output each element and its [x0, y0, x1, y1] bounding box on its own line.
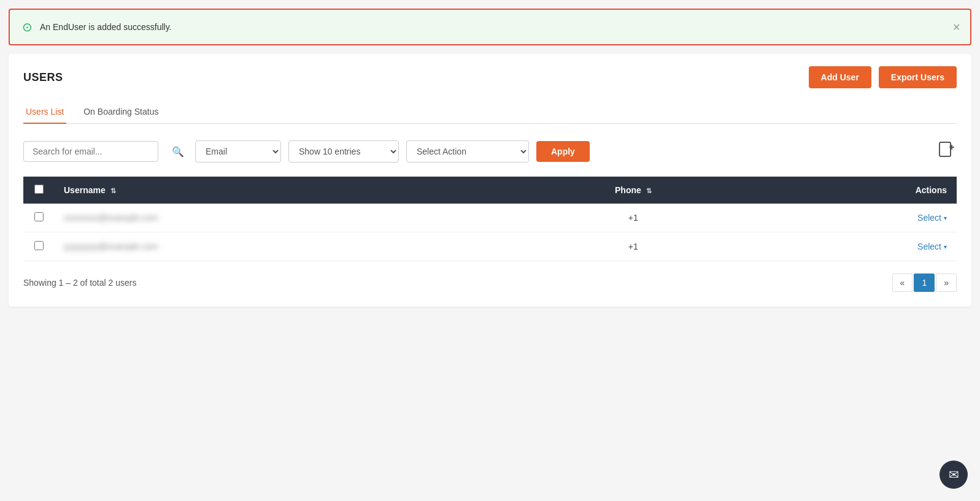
search-button[interactable]: 🔍 — [168, 142, 188, 161]
row-1-checkbox[interactable] — [34, 212, 44, 221]
tabs: Users List On Boarding Status — [23, 101, 957, 124]
toolbar: 🔍 Email Show 10 entries Show 25 entries … — [23, 139, 957, 164]
header-username[interactable]: Username ⇅ — [54, 177, 519, 204]
select-all-checkbox[interactable] — [34, 185, 44, 194]
table-footer: Showing 1 – 2 of total 2 users « 1 » — [23, 273, 957, 292]
row-checkbox-cell — [23, 232, 54, 261]
search-icon: 🔍 — [172, 147, 184, 157]
header-buttons: Add User Export Users — [809, 66, 957, 88]
add-user-icon-button[interactable] — [936, 139, 957, 164]
add-user-file-icon — [938, 145, 954, 161]
export-users-button[interactable]: Export Users — [879, 66, 957, 88]
entries-select[interactable]: Show 10 entries Show 25 entries Show 50 … — [288, 140, 399, 163]
tab-onboarding-status[interactable]: On Boarding Status — [81, 101, 161, 124]
close-icon[interactable]: ✕ — [952, 21, 960, 33]
search-wrapper — [23, 141, 158, 162]
users-table: Username ⇅ Phone ⇅ Actions xxxxxxxx@exam… — [23, 177, 957, 261]
pagination-next-button[interactable]: » — [936, 273, 957, 292]
email-filter-select[interactable]: Email — [195, 140, 281, 163]
row-1-dropdown-arrow-icon: ▾ — [944, 215, 947, 221]
pagination-prev-button[interactable]: « — [892, 273, 913, 292]
page-title: USERS — [23, 71, 63, 84]
row-1-select-action[interactable]: Select ▾ — [917, 213, 947, 223]
add-user-button[interactable]: Add User — [809, 66, 871, 88]
tab-users-list[interactable]: Users List — [23, 101, 66, 124]
row-2-username: yyyyyyyy@example.com — [54, 232, 519, 261]
table-row: xxxxxxxx@example.com +1 Select ▾ — [23, 204, 957, 232]
header-phone[interactable]: Phone ⇅ — [519, 177, 748, 204]
phone-sort-icon: ⇅ — [646, 187, 652, 195]
table-row: yyyyyyyy@example.com +1 Select ▾ — [23, 232, 957, 261]
row-2-actions: Select ▾ — [748, 232, 957, 261]
header-actions: Actions — [748, 177, 957, 204]
header-checkbox-cell — [23, 177, 54, 204]
action-select[interactable]: Select Action Delete Activate Deactivate — [406, 140, 529, 163]
row-2-select-action[interactable]: Select ▾ — [917, 242, 947, 251]
svg-rect-0 — [939, 142, 951, 156]
row-checkbox-cell — [23, 204, 54, 232]
table-header-row: Username ⇅ Phone ⇅ Actions — [23, 177, 957, 204]
showing-text: Showing 1 – 2 of total 2 users — [23, 278, 136, 288]
row-2-phone: +1 — [519, 232, 748, 261]
check-circle-icon: ⊙ — [22, 20, 33, 34]
row-2-checkbox[interactable] — [34, 241, 44, 250]
card-header: USERS Add User Export Users — [23, 66, 957, 88]
pagination: « 1 » — [892, 273, 957, 292]
success-banner: ⊙ An EndUser is added successfully. ✕ — [9, 9, 971, 45]
row-1-username: xxxxxxxx@example.com — [54, 204, 519, 232]
row-1-actions: Select ▾ — [748, 204, 957, 232]
row-2-dropdown-arrow-icon: ▾ — [944, 243, 947, 250]
pagination-page-1-button[interactable]: 1 — [914, 273, 935, 292]
search-input[interactable] — [23, 141, 158, 162]
row-1-phone: +1 — [519, 204, 748, 232]
apply-button[interactable]: Apply — [536, 141, 590, 162]
success-message: An EndUser is added successfully. — [40, 22, 172, 32]
username-sort-icon: ⇅ — [110, 187, 116, 195]
main-card: USERS Add User Export Users Users List O… — [9, 54, 971, 307]
